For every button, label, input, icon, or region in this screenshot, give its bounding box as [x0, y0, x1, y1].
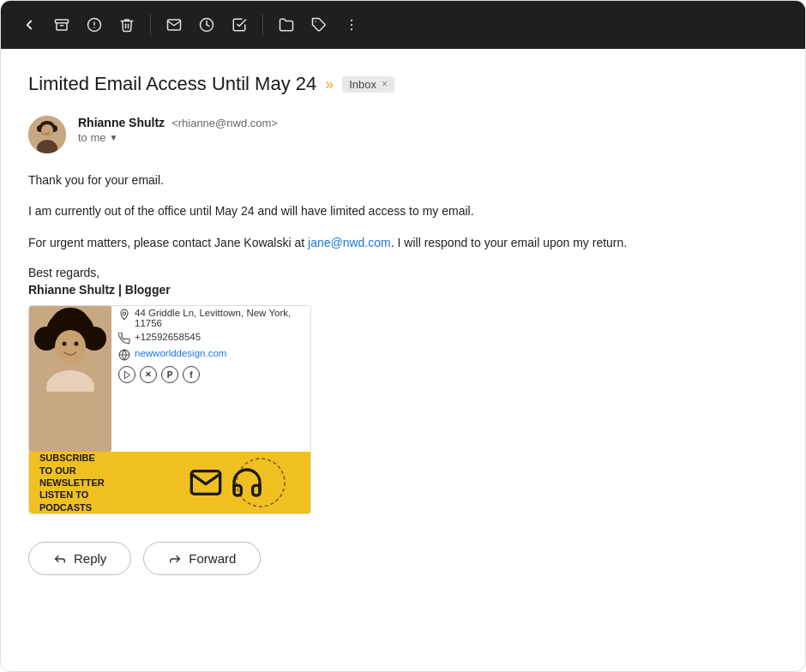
sender-name-row: Rhianne Shultz <rhianne@nwd.com>	[78, 116, 278, 129]
svg-rect-0	[56, 20, 69, 23]
address-icon	[118, 309, 130, 321]
sig-address-text: 44 Griddle Ln, Levittown, New York, 1175…	[135, 308, 304, 328]
back-button[interactable]	[15, 12, 44, 38]
sig-phone-text: +12592658545	[135, 332, 201, 342]
sig-top: 44 Griddle Ln, Levittown, New York, 1175…	[29, 306, 310, 452]
body-paragraph-2: I am currently out of the office until M…	[28, 201, 778, 220]
svg-point-24	[63, 342, 67, 346]
svg-point-7	[351, 24, 352, 26]
add-to-tasks-button[interactable]	[225, 12, 254, 38]
sender-name: Rhianne Shultz	[78, 116, 165, 129]
forward-label: Forward	[189, 551, 236, 566]
sig-social-row: ✕ P f	[118, 366, 304, 383]
label-button[interactable]	[304, 12, 334, 38]
signature: Best regards, Rhianne Shultz | Blogger	[28, 266, 778, 514]
sender-info: Rhianne Shultz <rhianne@nwd.com> to me ▼	[78, 116, 278, 144]
svg-point-6	[351, 20, 352, 21]
toolbar	[1, 1, 805, 49]
inbox-badge-label: Inbox	[349, 78, 376, 91]
svg-marker-29	[124, 371, 129, 378]
recipient-dropdown-icon[interactable]: ▼	[110, 133, 118, 142]
inbox-badge: Inbox ×	[342, 76, 394, 93]
sig-website-link[interactable]: newworlddesign.com	[135, 348, 226, 358]
svg-point-30	[237, 459, 285, 507]
reply-button[interactable]: Reply	[28, 542, 131, 575]
sig-banner: SUBSCRIBEto ourNEWSLETTERlisten toPODCAS…	[29, 452, 311, 513]
to-label: to me	[78, 131, 106, 144]
sig-details: 44 Griddle Ln, Levittown, New York, 1175…	[111, 306, 310, 452]
sender-email: <rhianne@nwd.com>	[171, 117, 278, 129]
twitter-x-social-icon[interactable]: ✕	[140, 366, 157, 383]
delete-button[interactable]	[112, 12, 141, 38]
sender-row: Rhianne Shultz <rhianne@nwd.com> to me ▼	[28, 116, 778, 153]
body-paragraph-3: For urgent matters, please contact Jane …	[28, 233, 778, 252]
sig-website: newworlddesign.com	[118, 348, 304, 361]
to-row: to me ▼	[78, 131, 278, 144]
email-subject: Limited Email Access Until May 24	[28, 73, 316, 95]
forward-icon	[168, 552, 182, 566]
reply-icon	[53, 552, 67, 566]
subject-row: Limited Email Access Until May 24 » Inbo…	[28, 73, 778, 95]
snooze-button[interactable]	[192, 12, 221, 38]
body-paragraph-1: Thank you for your email.	[28, 171, 778, 189]
sig-photo	[29, 306, 111, 452]
svg-point-8	[351, 28, 352, 30]
sig-address: 44 Griddle Ln, Levittown, New York, 1175…	[118, 308, 304, 328]
avatar	[28, 116, 66, 153]
sig-name: Rhianne Shultz | Blogger	[28, 283, 778, 297]
sig-greeting: Best regards,	[28, 266, 778, 279]
banner-text: SUBSCRIBEto ourNEWSLETTERlisten toPODCAS…	[29, 452, 141, 513]
sig-phone: +12592658545	[118, 332, 304, 345]
email-body: Thank you for your email. I am currently…	[28, 171, 778, 252]
pinterest-social-icon[interactable]: P	[161, 366, 178, 383]
urgent-contact-link[interactable]: jane@nwd.com	[308, 236, 391, 249]
move-to-button[interactable]	[272, 12, 301, 38]
svg-point-26	[123, 312, 126, 315]
forward-button[interactable]: Forward	[143, 542, 261, 575]
website-icon	[118, 349, 130, 361]
email-content: Limited Email Access Until May 24 » Inbo…	[1, 49, 805, 672]
mark-unread-button[interactable]	[159, 12, 189, 38]
svg-point-22	[55, 330, 86, 364]
banner-circle-decoration	[235, 457, 286, 508]
banner-email-icon	[189, 465, 223, 500]
avatar-image	[28, 116, 66, 153]
facebook-social-icon[interactable]: f	[183, 366, 200, 383]
inbox-badge-close[interactable]: ×	[382, 78, 388, 90]
svg-point-25	[75, 342, 79, 346]
divider-1	[150, 15, 151, 35]
sig-card-wrapper: 44 Griddle Ln, Levittown, New York, 1175…	[28, 305, 311, 514]
youtube-social-icon[interactable]	[118, 366, 135, 383]
phone-icon	[118, 333, 130, 345]
more-options-button[interactable]	[337, 12, 366, 38]
divider-2	[262, 15, 263, 35]
subject-arrow-icon: »	[325, 75, 334, 93]
spam-button[interactable]	[80, 12, 109, 38]
action-buttons: Reply Forward	[28, 542, 778, 575]
archive-button[interactable]	[47, 12, 76, 38]
reply-label: Reply	[74, 551, 106, 566]
